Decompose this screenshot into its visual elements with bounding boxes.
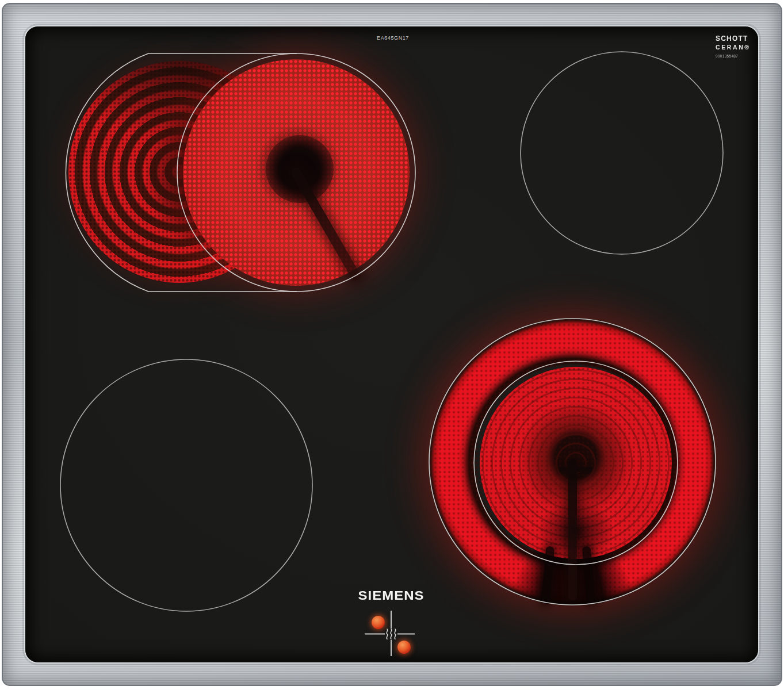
schott-line1: SCHOTT xyxy=(716,35,762,43)
product-photo-cooktop: EA645GN17 SCHOTT CERAN® 9001355487 SIEME… xyxy=(0,0,784,690)
residual-heat-led-rear-left xyxy=(372,616,385,629)
zone-front-right-sensor-bar xyxy=(559,467,592,472)
model-label: EA645GN17 xyxy=(335,35,450,41)
schott-line2: CERAN® xyxy=(716,44,762,51)
siemens-logo: SIEMENS xyxy=(319,588,463,603)
zone-front-right-temperature-sensor xyxy=(568,459,577,600)
residual-heat-led-front-right xyxy=(397,641,411,654)
serial-number: 9001355487 xyxy=(716,54,762,58)
schott-ceran-logo: SCHOTT CERAN® 9001355487 xyxy=(716,35,762,58)
